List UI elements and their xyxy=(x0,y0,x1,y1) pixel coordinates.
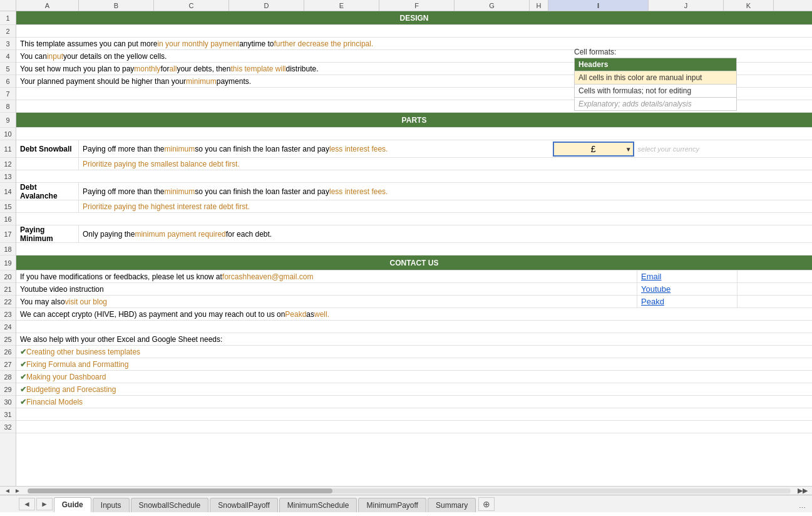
row-num-8: 8 xyxy=(0,100,16,113)
row-num-29: 29 xyxy=(0,383,16,396)
row-num-7: 7 xyxy=(0,88,16,100)
row-32 xyxy=(16,421,812,433)
row-3-text-before: This template assumes you can put more xyxy=(20,39,157,48)
cell-formats-label: Cell formats: xyxy=(574,48,737,56)
row-num-13: 13 xyxy=(0,170,16,183)
col-header-l: K xyxy=(724,0,774,11)
row-3-after: anytime to xyxy=(239,39,274,48)
scroll-right-nav[interactable]: ▶▶ xyxy=(793,487,812,495)
row-5-orange: monthly xyxy=(134,64,160,73)
tab-add-button[interactable]: ⊕ xyxy=(478,497,495,511)
row-num-2: 2 xyxy=(0,25,16,38)
col-header-h: G xyxy=(455,0,530,11)
row-22-pre: You may also xyxy=(20,297,65,306)
row-27-text: ✔ Fixing Formula and Formatting xyxy=(16,358,812,370)
row-30-text: ✔ Financial Models xyxy=(16,396,812,408)
tab-minimum-payoff[interactable]: MinimumPayoff xyxy=(358,498,426,512)
horizontal-scrollbar[interactable] xyxy=(28,488,791,493)
tab-nav-left[interactable]: ◄ xyxy=(19,498,35,510)
cf-manual-input: All cells in this color are manual input xyxy=(574,71,737,85)
row-num-6: 6 xyxy=(0,75,16,88)
row-numbers: 1 2 3 4 5 6 7 8 9 10 11 12 13 14 15 16 1… xyxy=(0,11,16,486)
paying-minimum-label: Paying Minimum xyxy=(16,225,79,242)
column-headers: A B C D E F G H I J K xyxy=(0,0,812,11)
row-5-orange3: this template will xyxy=(230,64,285,73)
currency-input-area: £ ▼ select your currency xyxy=(553,142,699,157)
row-12: Prioritize paying the smallest balance d… xyxy=(16,158,812,170)
col-header-f: E xyxy=(304,0,379,11)
row-num-24: 24 xyxy=(0,321,16,333)
row-31 xyxy=(16,408,812,421)
tab-guide[interactable]: Guide xyxy=(54,497,91,512)
row-3-orange2: further decrease the principal. xyxy=(274,39,374,48)
row-num-27: 27 xyxy=(0,358,16,371)
row-num-30: 30 xyxy=(0,396,16,408)
tab-minimum-schedule[interactable]: MinimumSchedule xyxy=(279,498,357,512)
email-link-cell: Email xyxy=(637,271,737,282)
currency-input[interactable]: £ ▼ xyxy=(553,142,634,157)
row-num-10: 10 xyxy=(0,128,16,140)
peakd-link[interactable]: Peakd xyxy=(641,297,664,306)
email-link[interactable]: Email xyxy=(641,272,662,281)
row-22: You may also visit our blog Peakd xyxy=(16,296,812,308)
row-num-20: 20 xyxy=(0,271,16,283)
debt-avalanche-label: Debt Avalanche xyxy=(16,183,79,200)
grid-area: 1 2 3 4 5 6 7 8 9 10 11 12 13 14 15 16 1… xyxy=(0,11,812,486)
checkmark-30: ✔ xyxy=(20,398,26,406)
paying-minimum-desc: Only paying the minimum payment required… xyxy=(79,225,812,242)
row-num-9: 9 xyxy=(0,113,16,128)
parts-header: PARTS xyxy=(16,113,812,127)
debt-avalanche-desc: Paying off more than the minimum so you … xyxy=(79,183,812,200)
col-header-k: J xyxy=(649,0,724,11)
scroll-right-arrow[interactable]: ► xyxy=(13,487,23,494)
col-header-e: D xyxy=(229,0,304,11)
row-12-desc: Prioritize paying the smallest balance d… xyxy=(79,158,812,170)
row-13 xyxy=(16,170,812,183)
row-28-text: ✔ Making your Dashboard xyxy=(16,371,812,383)
tab-options-icon[interactable]: ⋯ xyxy=(799,504,806,512)
row-4-orange: input xyxy=(47,52,63,61)
col-header-b: A xyxy=(16,0,79,11)
row-5-pre: You set how much you plan to pay xyxy=(20,64,134,73)
row-num-23: 23 xyxy=(0,308,16,321)
row-2-empty xyxy=(16,25,812,37)
row-16 xyxy=(16,213,812,225)
row-30: ✔ Financial Models xyxy=(16,396,812,408)
row-20-text: If you have modifications or feedbacks, … xyxy=(16,271,637,282)
row-num-28: 28 xyxy=(0,371,16,383)
row-29-label: Budgeting and Forecasting xyxy=(26,385,116,394)
tab-bar-right: ⋯ xyxy=(799,504,812,512)
scrollbar-thumb[interactable] xyxy=(28,488,333,493)
row-25-text: We also help with your other Excel and G… xyxy=(16,333,812,345)
horizontal-scrollbar-area: ◄ ► ▶▶ xyxy=(0,486,812,495)
col-header-c: B xyxy=(79,0,154,11)
cf-explanatory: Explanatory; adds details/analysis xyxy=(574,98,737,111)
rows-container: DESIGN This template assumes you can put… xyxy=(16,11,812,486)
row-num-26: 26 xyxy=(0,346,16,358)
tab-snowball-schedule[interactable]: SnowballSchedule xyxy=(131,498,209,512)
tab-summary[interactable]: Summary xyxy=(428,498,476,512)
youtube-link-cell: Youtube xyxy=(637,283,737,295)
contact-header: CONTACT US xyxy=(16,255,812,270)
scroll-left-arrow[interactable]: ◄ xyxy=(3,487,13,494)
tab-nav-right[interactable]: ► xyxy=(36,498,53,510)
row-20: If you have modifications or feedbacks, … xyxy=(16,271,812,283)
checkmark-29: ✔ xyxy=(20,385,26,394)
tab-snowball-payoff[interactable]: SnowballPayoff xyxy=(210,498,278,512)
row-num-19: 19 xyxy=(0,255,16,271)
peakd-link-cell: Peakd xyxy=(637,296,737,307)
row-num-5: 5 xyxy=(0,63,16,75)
cell-formats-panel: Cell formats: Headers All cells in this … xyxy=(574,48,737,111)
row-num-22: 22 xyxy=(0,296,16,308)
tab-inputs[interactable]: Inputs xyxy=(93,498,130,512)
dropdown-arrow[interactable]: ▼ xyxy=(625,146,632,153)
youtube-link[interactable]: Youtube xyxy=(641,284,671,294)
col-header-g: F xyxy=(379,0,455,11)
row-21-text: Youtube video instruction xyxy=(16,283,637,295)
row-num-15: 15 xyxy=(0,200,16,213)
row-30-label: Financial Models xyxy=(26,398,83,406)
checkmark-28: ✔ xyxy=(20,373,26,381)
row-25: We also help with your other Excel and G… xyxy=(16,333,812,346)
row-num-17: 17 xyxy=(0,225,16,243)
row-11: Debt Snowball Paying off more than the m… xyxy=(16,140,812,158)
